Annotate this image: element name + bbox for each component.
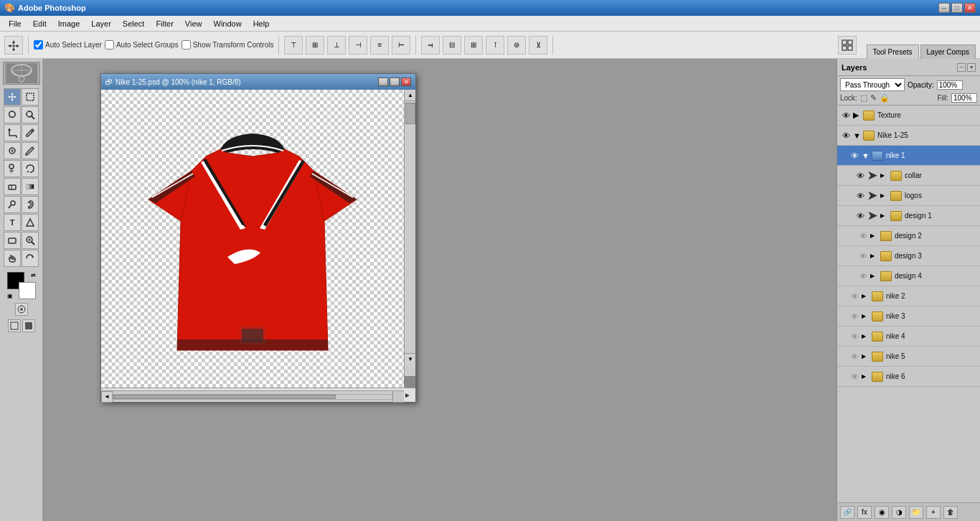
layer-expand-collar[interactable]: ▶: [880, 172, 889, 179]
align-hcenter-button[interactable]: ≡: [370, 36, 389, 55]
layer-visibility-nike2[interactable]: 👁: [849, 291, 860, 302]
tool-presets-tab[interactable]: Tool Presets: [867, 44, 919, 59]
doc-close-button[interactable]: ✕: [401, 78, 411, 86]
layer-visibility-nike5[interactable]: 👁: [849, 351, 860, 362]
dodge-tool[interactable]: [4, 196, 21, 213]
scroll-up-button[interactable]: ▲: [405, 90, 415, 101]
path-select-tool[interactable]: [22, 214, 39, 231]
distribute-vcenter-button[interactable]: ⊜: [507, 36, 526, 55]
background-color[interactable]: [19, 282, 36, 299]
delete-layer-button[interactable]: 🗑: [943, 506, 958, 519]
distribute-left-button[interactable]: ⫤: [421, 36, 440, 55]
layers-menu-button[interactable]: ≡: [967, 63, 976, 72]
menu-edit[interactable]: Edit: [27, 16, 52, 32]
layer-expand-nike3[interactable]: ▶: [862, 313, 870, 319]
text-tool[interactable]: T: [4, 214, 21, 231]
blend-mode-select[interactable]: Pass Through Normal Multiply Screen: [840, 78, 905, 91]
layer-item-design1[interactable]: 👁 ➤ ▶ design 1: [837, 206, 980, 226]
layer-item-nike1[interactable]: 👁 ▼ nike 1: [837, 146, 980, 166]
menu-view[interactable]: View: [179, 16, 208, 32]
auto-select-layer-check[interactable]: Auto Select Layer: [34, 40, 102, 50]
brush-tool[interactable]: [22, 142, 39, 159]
layer-visibility-design2[interactable]: 👁: [857, 230, 869, 242]
rotate-view-tool[interactable]: [22, 250, 39, 267]
layer-expand-design3[interactable]: ▶: [870, 253, 879, 259]
layer-comps-tab[interactable]: Layer Comps: [920, 44, 976, 59]
menu-help[interactable]: Help: [248, 16, 275, 32]
screen-mode-button[interactable]: [8, 319, 21, 332]
arrange-button[interactable]: [838, 36, 857, 55]
eyedropper-tool[interactable]: [22, 124, 39, 141]
select-tool[interactable]: [22, 88, 39, 105]
layer-item-design2[interactable]: 👁 ▶ design 2: [837, 226, 980, 246]
add-mask-button[interactable]: ◉: [875, 506, 889, 519]
scroll-thumb-v[interactable]: [405, 103, 415, 124]
doc-scrollbar-vertical[interactable]: ▲ ▼: [404, 90, 415, 376]
doc-maximize-button[interactable]: □: [390, 78, 400, 86]
move-tool-button[interactable]: [4, 36, 23, 55]
align-left-button[interactable]: ⊣: [349, 36, 367, 55]
lock-all-icon[interactable]: 🔒: [880, 93, 890, 103]
align-bottom-button[interactable]: ⊥: [327, 36, 346, 55]
gradient-tool[interactable]: [22, 178, 39, 195]
layer-visibility-design3[interactable]: 👁: [857, 250, 869, 262]
pen-tool[interactable]: [22, 196, 39, 213]
swap-colors[interactable]: ⇄: [31, 272, 36, 278]
fill-input[interactable]: [951, 93, 977, 103]
align-top-button[interactable]: ⊤: [284, 36, 303, 55]
menu-file[interactable]: File: [3, 16, 27, 32]
doc-scrollbar-horizontal[interactable]: ◄ ►: [101, 390, 404, 402]
layer-item-nike6[interactable]: 👁 ▶ nike 6: [837, 367, 980, 387]
layer-item-nike5[interactable]: 👁 ▶ nike 5: [837, 347, 980, 367]
layer-expand-nike5[interactable]: ▶: [862, 353, 870, 360]
menu-layer[interactable]: Layer: [85, 16, 117, 32]
menu-image[interactable]: Image: [52, 16, 86, 32]
scroll-down-button[interactable]: ▼: [405, 353, 415, 365]
distribute-hcenter-button[interactable]: ⊟: [443, 36, 461, 55]
close-button[interactable]: ✕: [964, 3, 976, 13]
scroll-left-button[interactable]: ◄: [101, 391, 113, 403]
layer-expand-texture[interactable]: ▶: [853, 111, 862, 120]
zoom-tool[interactable]: [22, 232, 39, 249]
healing-brush-tool[interactable]: [4, 142, 21, 159]
hand-tool[interactable]: [4, 250, 21, 267]
layers-collapse-button[interactable]: ─: [957, 63, 966, 72]
layer-item-collar[interactable]: 👁 ➤ ▶ collar: [837, 166, 980, 186]
lock-position-icon[interactable]: ✎: [870, 93, 877, 103]
layer-expand-design2[interactable]: ▶: [870, 233, 879, 239]
new-layer-button[interactable]: +: [926, 506, 941, 519]
layer-visibility-collar[interactable]: 👁: [854, 170, 866, 182]
menu-filter[interactable]: Filter: [150, 16, 179, 32]
layer-expand-design1[interactable]: ▶: [880, 212, 889, 219]
layer-item-design4[interactable]: 👁 ▶ design 4: [837, 266, 980, 286]
layer-visibility-design4[interactable]: 👁: [857, 271, 869, 282]
move-tool[interactable]: [4, 88, 21, 105]
layer-item-nike2[interactable]: 👁 ▶ nike 2: [837, 286, 980, 306]
layer-visibility-logos[interactable]: 👁: [854, 190, 866, 202]
layer-visibility-nike125[interactable]: 👁: [840, 130, 852, 141]
crop-tool[interactable]: [4, 124, 21, 141]
magic-wand-tool[interactable]: [22, 106, 39, 123]
distribute-right-button[interactable]: ⊞: [464, 36, 483, 55]
maximize-button[interactable]: □: [951, 3, 963, 13]
add-style-button[interactable]: fx: [857, 506, 872, 519]
nav-right-button[interactable]: ►: [404, 391, 411, 399]
default-colors[interactable]: ▣: [7, 293, 13, 299]
layer-expand-nike1[interactable]: ▼: [862, 151, 870, 160]
layer-expand-nike6[interactable]: ▶: [862, 373, 870, 380]
layer-item-nike4[interactable]: 👁 ▶ nike 4: [837, 327, 980, 347]
menu-select[interactable]: Select: [117, 16, 151, 32]
distribute-bottom-button[interactable]: ⊻: [529, 36, 547, 55]
auto-select-groups-check[interactable]: Auto Select Groups: [105, 40, 179, 50]
eraser-tool[interactable]: [4, 178, 21, 195]
new-group-button[interactable]: 📁: [909, 506, 923, 519]
shape-tool[interactable]: [4, 232, 21, 249]
opacity-input[interactable]: [937, 80, 963, 90]
layer-expand-nike2[interactable]: ▶: [862, 293, 870, 299]
layer-item-design3[interactable]: 👁 ▶ design 3: [837, 246, 980, 266]
lasso-tool[interactable]: [4, 106, 21, 123]
layer-visibility-nike6[interactable]: 👁: [849, 371, 860, 382]
layer-visibility-design1[interactable]: 👁: [854, 210, 866, 222]
full-screen-mode-button[interactable]: [22, 319, 35, 332]
document-window[interactable]: 🗗 Nike 1-25.psd @ 100% (nike 1, RGB/8) ─…: [100, 73, 416, 403]
